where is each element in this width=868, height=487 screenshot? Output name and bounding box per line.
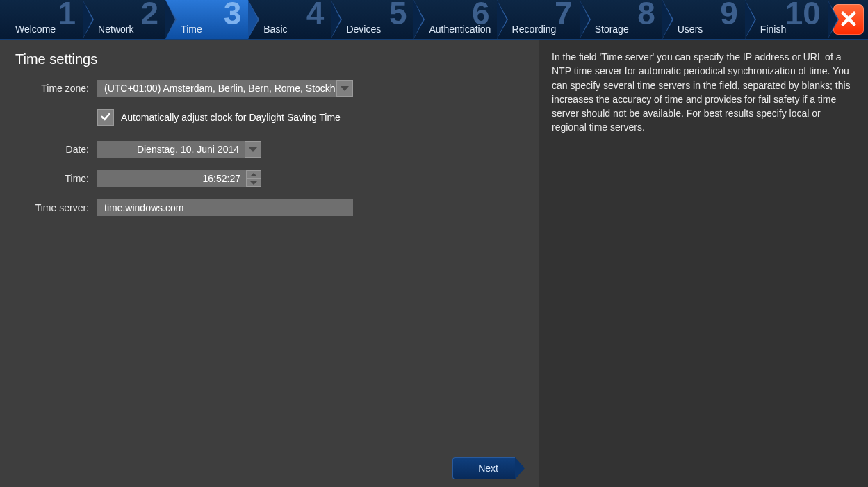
step-basic[interactable]: 4 Basic [248, 0, 331, 39]
step-label: Basic [263, 24, 287, 35]
step-number: 4 [306, 0, 325, 29]
step-label: Finish [760, 24, 786, 35]
label-timezone: Time zone: [14, 83, 97, 94]
step-number: 9 [720, 0, 738, 29]
step-finish[interactable]: 10 Finish [745, 0, 828, 39]
chevron-down-icon [250, 181, 257, 185]
close-icon [839, 9, 858, 31]
date-picker[interactable]: Dienstag, 10. Juni 2014 [97, 141, 261, 158]
next-button[interactable]: Next [452, 458, 525, 479]
step-number: 2 [141, 0, 159, 29]
row-date: Date: Dienstag, 10. Juni 2014 [14, 141, 525, 158]
step-welcome[interactable]: 1 Welcome [0, 0, 83, 39]
row-time: Time: 16:52:27 [14, 170, 525, 187]
next-button-label: Next [478, 463, 498, 474]
step-number: 8 [637, 0, 655, 29]
step-number: 5 [389, 0, 407, 29]
help-panel: In the field 'Time server' you can speci… [539, 40, 868, 487]
row-dst: Automatically adjust clock for Daylight … [97, 109, 525, 126]
chevron-down-icon [249, 147, 257, 152]
time-spinner[interactable]: 16:52:27 [97, 170, 261, 187]
step-network[interactable]: 2 Network [83, 0, 165, 39]
chevron-down-icon [341, 86, 349, 91]
label-time: Time: [14, 173, 97, 184]
dropdown-button[interactable] [336, 80, 353, 97]
chevron-up-icon [250, 173, 257, 176]
row-timezone: Time zone: (UTC+01:00) Amsterdam, Berlin… [14, 80, 525, 97]
step-label: Authentication [429, 24, 491, 35]
step-time[interactable]: 3 Time [165, 0, 248, 39]
date-value: Dienstag, 10. Juni 2014 [97, 141, 245, 158]
step-devices[interactable]: 5 Devices [331, 0, 413, 39]
time-spinner-buttons [246, 170, 261, 187]
step-label: Recording [512, 24, 557, 35]
dst-checkbox[interactable] [97, 109, 114, 126]
time-value: 16:52:27 [97, 170, 246, 187]
main-panel: Time settings Time zone: (UTC+01:00) Ams… [0, 40, 539, 487]
label-date: Date: [14, 144, 97, 155]
page-title: Time settings [15, 51, 525, 67]
timeserver-input[interactable] [97, 199, 353, 216]
step-recording[interactable]: 7 Recording [497, 0, 580, 39]
step-label: Users [678, 24, 703, 35]
spinner-up-button[interactable] [246, 170, 261, 179]
timezone-value: (UTC+01:00) Amsterdam, Berlin, Bern, Rom… [97, 80, 336, 97]
step-authentication[interactable]: 6 Authentication [413, 0, 496, 39]
label-timeserver: Time server: [14, 202, 97, 213]
help-text: In the field 'Time server' you can speci… [552, 50, 855, 135]
step-label: Devices [346, 24, 381, 35]
wizard-stepper: 1 Welcome 2 Network 3 Time 4 Basic 5 Dev… [0, 0, 868, 40]
step-number: 10 [785, 0, 821, 29]
step-users[interactable]: 9 Users [662, 0, 745, 39]
date-dropdown-button[interactable] [245, 141, 261, 158]
arrow-right-icon [515, 457, 525, 479]
step-label: Time [181, 24, 202, 35]
spinner-down-button[interactable] [246, 179, 261, 187]
timezone-dropdown[interactable]: (UTC+01:00) Amsterdam, Berlin, Bern, Rom… [97, 80, 353, 97]
step-number: 1 [58, 0, 76, 29]
step-storage[interactable]: 8 Storage [580, 0, 662, 39]
step-number: 7 [555, 0, 573, 29]
dst-checkbox-label: Automatically adjust clock for Daylight … [121, 112, 341, 123]
step-label: Network [98, 24, 133, 35]
row-timeserver: Time server: [14, 199, 525, 216]
step-label: Storage [595, 24, 629, 35]
check-icon [100, 111, 111, 124]
step-label: Welcome [15, 24, 56, 35]
step-number: 3 [224, 0, 242, 29]
